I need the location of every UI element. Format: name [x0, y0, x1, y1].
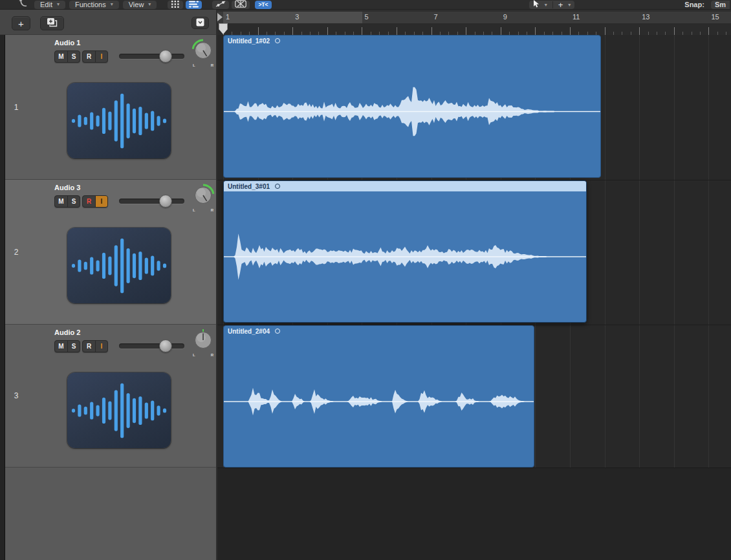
mute-button[interactable]: M — [55, 196, 67, 207]
below-tracks-area — [217, 468, 731, 560]
ruler-tick — [717, 32, 718, 35]
record-input-group: R I — [82, 195, 108, 208]
tool-menus: ▾ + ▾ — [529, 1, 575, 9]
mute-solo-group: M S — [54, 50, 80, 63]
solo-button[interactable]: S — [67, 51, 80, 62]
ruler-tick — [448, 32, 449, 35]
region-header: Untitled_2#04 — [224, 326, 534, 336]
record-enable-button[interactable]: R — [83, 51, 95, 62]
audio-region-untitled-2[interactable]: Untitled_2#04 — [223, 325, 534, 468]
window-edge-strip — [0, 35, 5, 560]
volume-slider[interactable] — [119, 52, 184, 61]
ruler-tick — [587, 32, 588, 35]
flex-button[interactable] — [232, 1, 250, 9]
snap-group: Snap: Sm — [684, 1, 731, 9]
ruler-tick — [692, 32, 692, 35]
volume-slider-knob[interactable] — [159, 339, 172, 352]
ruler-bar-number: 3 — [295, 13, 299, 21]
loop-circle-icon[interactable] — [275, 184, 280, 189]
solo-button[interactable]: S — [67, 341, 80, 352]
ruler-tick — [388, 32, 389, 35]
region-header: Untitled_3#01 — [224, 181, 586, 191]
add-track-button[interactable]: + — [12, 16, 30, 30]
snap-value-dropdown[interactable]: Sm — [711, 1, 730, 9]
track-number: 1 — [10, 103, 23, 112]
track-name: Audio 1 — [54, 39, 80, 47]
ruler-tick — [613, 32, 614, 35]
audio-region-untitled-3[interactable]: Untitled_3#01 — [223, 180, 587, 323]
solo-button[interactable]: S — [67, 196, 80, 207]
chevron-down-icon[interactable]: ▾ — [568, 2, 571, 8]
track-lanes[interactable]: Untitled_1#02 Untitled_3#01 Untitled_2#0… — [217, 35, 731, 560]
functions-menu[interactable]: Functions ▾ — [69, 1, 119, 9]
ruler-tick — [414, 32, 415, 35]
record-input-group: R I — [82, 340, 108, 352]
pan-knob[interactable]: L R — [190, 182, 216, 213]
ruler-bar-number: 11 — [573, 13, 580, 21]
volume-slider-knob[interactable] — [159, 50, 172, 63]
region-name: Untitled_1#02 — [228, 38, 270, 45]
crosshair-tool-icon[interactable]: + — [558, 1, 563, 9]
track-header-column: 1 Audio 1 M S R I L R 2 Audio 3 M S — [0, 35, 216, 560]
pan-right-label: R — [211, 353, 213, 357]
ruler-tick — [457, 32, 458, 35]
pan-right-label: R — [211, 63, 213, 67]
ruler-tick — [440, 32, 441, 35]
pointer-tool-icon[interactable] — [533, 0, 540, 10]
audio-region-untitled-1[interactable]: Untitled_1#02 — [223, 35, 601, 178]
track-list-view-button[interactable] — [186, 1, 202, 9]
ruler-bar-number: 1 — [226, 13, 230, 21]
curved-arrow-icon[interactable] — [18, 0, 28, 10]
pan-knob[interactable]: L R — [190, 327, 216, 358]
snap-label: Snap: — [684, 1, 704, 8]
duplicate-track-button[interactable] — [40, 16, 64, 30]
ruler-tick — [275, 32, 276, 35]
input-monitor-button[interactable]: I — [95, 51, 107, 62]
ruler-tick — [405, 32, 406, 35]
view-menu[interactable]: View ▾ — [123, 1, 157, 9]
ruler-tick — [397, 27, 397, 35]
record-enable-button[interactable]: R — [83, 341, 95, 352]
track-header-1[interactable]: 1 Audio 1 M S R I L R — [5, 35, 216, 180]
volume-slider-knob[interactable] — [159, 195, 172, 208]
automation-icon — [215, 0, 226, 10]
track-number: 3 — [10, 391, 23, 400]
grid-view-button[interactable] — [168, 1, 183, 9]
volume-slider[interactable] — [119, 197, 184, 206]
ruler-tick — [700, 32, 701, 35]
ruler-tick — [535, 27, 536, 35]
ruler-tick — [241, 32, 241, 35]
input-monitor-button[interactable]: I — [95, 341, 107, 352]
ruler-tick — [631, 32, 631, 35]
track-header-2[interactable]: 2 Audio 3 M S R I L R — [5, 180, 216, 325]
pan-left-label: L — [193, 353, 195, 357]
input-monitor-button[interactable]: I — [95, 196, 107, 207]
ruler-tick — [578, 32, 579, 35]
ruler-tick — [379, 32, 380, 35]
loop-circle-icon[interactable] — [275, 328, 280, 334]
mute-button[interactable]: M — [55, 51, 67, 62]
ruler-highlight-span — [223, 12, 362, 23]
bar-ruler[interactable]: 13579111315 — [217, 12, 731, 35]
record-enable-button[interactable]: R — [83, 196, 95, 207]
automation-button[interactable] — [212, 1, 229, 9]
mute-solo-group: M S — [54, 340, 80, 352]
pan-left-label: L — [193, 208, 195, 212]
playhead-top-arrow-icon[interactable] — [217, 13, 223, 21]
pan-knob[interactable]: L R — [190, 38, 216, 69]
chevron-down-icon[interactable]: ▾ — [545, 2, 547, 8]
mute-button[interactable]: M — [55, 341, 67, 352]
catch-playhead-button[interactable]: >T< — [255, 1, 271, 9]
region-name: Untitled_3#01 — [228, 183, 270, 190]
edit-menu[interactable]: Edit ▾ — [34, 1, 65, 9]
ruler-bar-number: 15 — [711, 13, 719, 21]
ruler-tick — [258, 27, 259, 35]
ruler-tick — [562, 32, 562, 35]
track-header-config-button[interactable] — [191, 17, 209, 29]
loop-circle-icon[interactable] — [275, 38, 280, 43]
divider — [552, 1, 553, 8]
track-header-3[interactable]: 3 Audio 2 M S R I L R — [5, 325, 216, 468]
ruler-bar-number: 5 — [364, 13, 368, 21]
view-menu-label: View — [129, 1, 144, 8]
volume-slider[interactable] — [119, 341, 184, 350]
